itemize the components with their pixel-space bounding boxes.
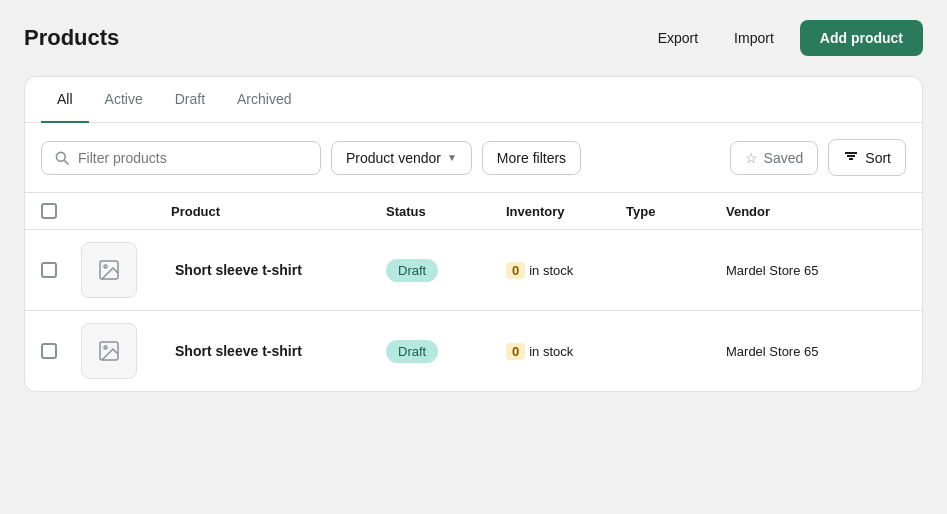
- star-icon: ☆: [745, 150, 758, 166]
- row2-checkbox[interactable]: [41, 343, 57, 359]
- table-row: Short sleeve t-shirt Draft 0 in stock Ma…: [25, 311, 922, 391]
- select-all-checkbox[interactable]: [41, 203, 57, 219]
- select-all-checkbox-cell[interactable]: [41, 203, 81, 219]
- toolbar: Product vendor ▼ More filters ☆ Saved So…: [25, 123, 922, 193]
- svg-point-0: [56, 152, 65, 161]
- search-icon: [54, 150, 70, 166]
- row2-thumbnail: [81, 323, 137, 379]
- search-wrapper[interactable]: [41, 141, 321, 175]
- col-type: Type: [626, 204, 726, 219]
- row2-inventory-suffix: in stock: [529, 344, 573, 359]
- export-button[interactable]: Export: [648, 24, 708, 52]
- saved-button[interactable]: ☆ Saved: [730, 141, 819, 175]
- row2-vendor: Mardel Store 65: [726, 344, 906, 359]
- products-card: All Active Draft Archived Product vendor…: [24, 76, 923, 392]
- row2-checkbox-cell[interactable]: [41, 343, 81, 359]
- row1-status-cell: Draft: [386, 259, 506, 282]
- row1-inventory-cell: 0 in stock: [506, 262, 626, 279]
- col-inventory: Inventory: [506, 204, 626, 219]
- svg-point-6: [104, 265, 107, 268]
- row1-thumbnail: [81, 242, 137, 298]
- add-product-button[interactable]: Add product: [800, 20, 923, 56]
- row1-checkbox[interactable]: [41, 262, 57, 278]
- tab-bar: All Active Draft Archived: [25, 77, 922, 123]
- chevron-down-icon: ▼: [447, 152, 457, 163]
- col-vendor: Vendor: [726, 204, 906, 219]
- sort-label: Sort: [865, 150, 891, 166]
- header-actions: Export Import Add product: [648, 20, 923, 56]
- row2-product-name[interactable]: Short sleeve t-shirt: [171, 343, 386, 359]
- row2-inventory-count: 0: [506, 343, 525, 360]
- search-input[interactable]: [78, 150, 308, 166]
- saved-label: Saved: [764, 150, 804, 166]
- row1-status-badge: Draft: [386, 259, 438, 282]
- sort-button[interactable]: Sort: [828, 139, 906, 176]
- image-placeholder-icon: [97, 339, 121, 363]
- tab-draft[interactable]: Draft: [159, 77, 221, 123]
- import-button[interactable]: Import: [724, 24, 784, 52]
- row2-status-cell: Draft: [386, 340, 506, 363]
- col-status: Status: [386, 204, 506, 219]
- tab-archived[interactable]: Archived: [221, 77, 307, 123]
- row1-inventory-count: 0: [506, 262, 525, 279]
- page-title: Products: [24, 25, 119, 51]
- svg-line-1: [64, 160, 68, 164]
- page-header: Products Export Import Add product: [24, 20, 923, 56]
- svg-point-8: [104, 346, 107, 349]
- product-vendor-filter[interactable]: Product vendor ▼: [331, 141, 472, 175]
- image-placeholder-icon: [97, 258, 121, 282]
- row2-inventory-cell: 0 in stock: [506, 343, 626, 360]
- tab-active[interactable]: Active: [89, 77, 159, 123]
- col-product: Product: [171, 204, 386, 219]
- row1-vendor: Mardel Store 65: [726, 263, 906, 278]
- table-row: Short sleeve t-shirt Draft 0 in stock Ma…: [25, 230, 922, 311]
- tab-all[interactable]: All: [41, 77, 89, 123]
- sort-icon: [843, 148, 859, 167]
- vendor-filter-label: Product vendor: [346, 150, 441, 166]
- table-header: Product Status Inventory Type Vendor: [25, 193, 922, 230]
- row1-checkbox-cell[interactable]: [41, 262, 81, 278]
- more-filters-button[interactable]: More filters: [482, 141, 581, 175]
- row1-product-name[interactable]: Short sleeve t-shirt: [171, 262, 386, 278]
- row2-status-badge: Draft: [386, 340, 438, 363]
- row1-inventory-suffix: in stock: [529, 263, 573, 278]
